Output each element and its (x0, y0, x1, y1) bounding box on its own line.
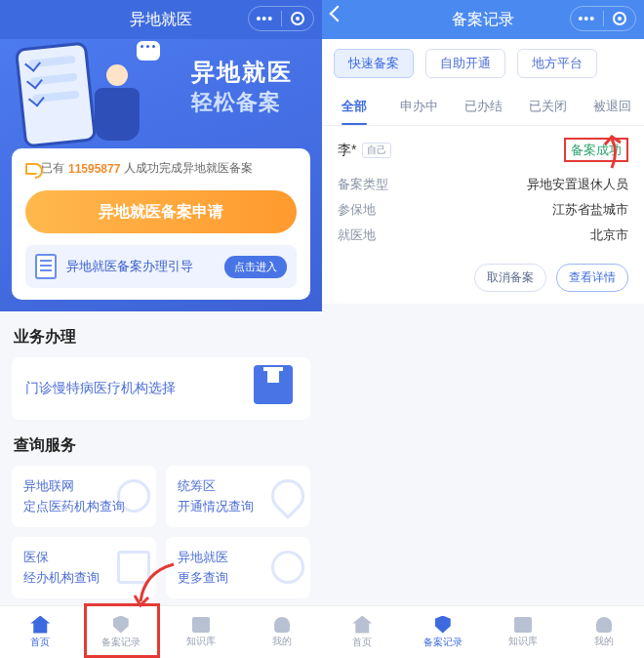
query-card-network[interactable]: 异地联网 定点医药机构查询 (12, 466, 156, 527)
close-mini-icon[interactable] (282, 12, 314, 25)
capsule-menu[interactable]: ••• (248, 6, 314, 31)
pill-self[interactable]: 自助开通 (425, 49, 505, 78)
shield-icon (113, 616, 129, 634)
speaker-icon (25, 163, 37, 175)
close-mini-icon[interactable] (604, 12, 636, 25)
more-icon[interactable]: ••• (249, 11, 281, 26)
status-tabs: 全部 申办中 已办结 已关闭 被退回 (322, 88, 644, 126)
highlight-status: 备案成功 (564, 138, 628, 162)
query-grid: 异地联网 定点医药机构查询 统筹区 开通情况查询 医保 经办机构查询 异地就医 … (12, 466, 310, 598)
home-icon (30, 616, 50, 634)
hero-banner: 异地就医 轻松备案 (12, 39, 310, 148)
tabbar-right: 首页 备案记录 知识库 我的 (322, 605, 644, 658)
record-status: 备案成功 (571, 143, 622, 157)
book-icon (192, 617, 210, 633)
tab-mine-r[interactable]: 我的 (564, 606, 645, 658)
nav-title-right: 备案记录 (452, 10, 514, 30)
section-biz-title: 业务办理 (0, 311, 322, 357)
hero-card: 已有 11595877 人成功完成异地就医备案 异地就医备案申请 异地就医备案办… (12, 148, 310, 300)
biz-card[interactable]: 门诊慢特病医疗机构选择 (12, 357, 310, 420)
mode-pills: 快速备案 自助开通 地方平台 (322, 39, 644, 88)
counter-number: 11595877 (68, 162, 120, 176)
guide-text: 异地就医备案办理引导 (66, 258, 215, 275)
banner-line1: 异地就医 (191, 57, 293, 88)
book-icon (514, 617, 532, 633)
capsule-menu[interactable]: ••• (570, 6, 636, 31)
doc-icon (117, 551, 150, 584)
kv-insured: 参保地江苏省盐城市 (338, 197, 628, 223)
user-icon (274, 617, 290, 633)
kv-treat: 就医地北京市 (338, 223, 628, 248)
right-body: 快速备案 自助开通 地方平台 全部 申办中 已办结 已关闭 被退回 李* 自己 … (322, 39, 644, 658)
section-query-title: 查询服务 (0, 420, 322, 466)
tab-mine[interactable]: 我的 (242, 606, 323, 658)
success-counter: 已有 11595877 人成功完成异地就医备案 (25, 160, 297, 177)
document-icon (35, 254, 57, 279)
tab-home[interactable]: 首页 (0, 606, 81, 658)
link-icon (117, 479, 150, 513)
tab2-processing[interactable]: 申办中 (386, 88, 451, 125)
pill-local[interactable]: 地方平台 (517, 49, 597, 78)
view-detail-button[interactable]: 查看详情 (556, 264, 628, 292)
left-screen: 异地就医 ••• 异地就医 轻松备案 已有 11595877 人成功完成异地就医… (0, 0, 322, 658)
right-screen: 备案记录 ••• 快速备案 自助开通 地方平台 全部 申办中 已办结 已关闭 被… (322, 0, 644, 658)
tab-knowledge-r[interactable]: 知识库 (483, 606, 564, 658)
tab2-returned[interactable]: 被退回 (580, 88, 644, 125)
search-icon (271, 551, 304, 584)
tab2-all[interactable]: 全部 (322, 88, 386, 125)
query-card-more[interactable]: 异地就医 更多查询 (166, 537, 310, 598)
user-icon (596, 617, 612, 633)
record-card[interactable]: 李* 自己 备案成功 备案类型异地安置退休人员 参保地江苏省盐城市 就医地北京市… (322, 126, 644, 304)
tab2-done[interactable]: 已办结 (451, 88, 515, 125)
home-icon (352, 616, 372, 634)
tab-home-r[interactable]: 首页 (322, 606, 403, 658)
tabbar-left: 首页 备案记录 知识库 我的 (0, 605, 322, 658)
cancel-record-button[interactable]: 取消备案 (474, 264, 546, 292)
shield-icon (435, 616, 451, 634)
tab-knowledge[interactable]: 知识库 (161, 606, 242, 658)
query-card-agency[interactable]: 医保 经办机构查询 (12, 537, 156, 598)
query-card-region[interactable]: 统筹区 开通情况查询 (166, 466, 310, 527)
speech-bubble-icon (137, 41, 160, 61)
self-tag: 自己 (362, 143, 391, 158)
back-icon[interactable] (330, 6, 346, 22)
nav-title: 异地就医 (130, 10, 192, 30)
nav-bar-right: 备案记录 ••• (322, 0, 644, 39)
person-illustration (88, 64, 146, 146)
tab2-closed[interactable]: 已关闭 (515, 88, 580, 125)
tab-records[interactable]: 备案记录 (81, 606, 162, 658)
nav-bar: 异地就医 ••• (0, 0, 322, 39)
tab-records-r[interactable]: 备案记录 (403, 606, 484, 658)
hero: 异地就医 轻松备案 已有 11595877 人成功完成异地就医备案 异地就医备案… (0, 39, 322, 311)
phone-illustration (15, 41, 97, 147)
kv-type: 备案类型异地安置退休人员 (338, 172, 628, 197)
guide-row[interactable]: 异地就医备案办理引导 点击进入 (25, 245, 297, 288)
hospital-icon (254, 365, 293, 404)
more-icon[interactable]: ••• (571, 11, 603, 26)
apply-button[interactable]: 异地就医备案申请 (25, 190, 297, 233)
record-name: 李* 自己 (338, 142, 391, 159)
pill-fast[interactable]: 快速备案 (334, 49, 414, 78)
banner-line2: 轻松备案 (191, 88, 293, 117)
enter-button[interactable]: 点击进入 (224, 256, 287, 278)
